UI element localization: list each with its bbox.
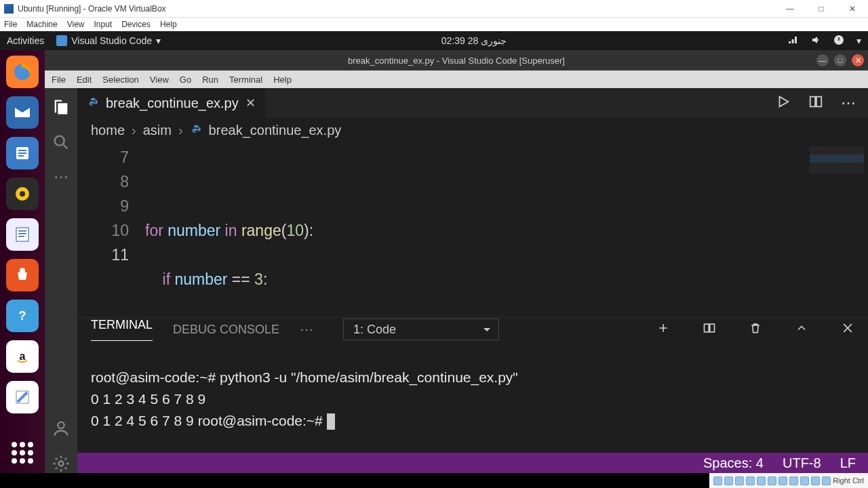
- vbox-status-icon[interactable]: [811, 476, 820, 485]
- chevron-right-icon: ›: [132, 123, 136, 138]
- vscode-maximize-button[interactable]: □: [834, 54, 846, 66]
- menu-help[interactable]: Help: [273, 75, 292, 85]
- vbox-status-icon[interactable]: [735, 476, 744, 485]
- dock-text-editor[interactable]: [6, 381, 39, 413]
- power-icon[interactable]: [833, 35, 844, 47]
- gnome-top-bar: Activities Visual Studio Code ▾ جنوری 28…: [0, 31, 868, 50]
- dock-amazon[interactable]: a: [6, 340, 39, 373]
- kill-terminal-icon[interactable]: [749, 321, 762, 338]
- vscode-titlebar: break_continue_ex.py - Visual Studio Cod…: [45, 50, 868, 70]
- tab-break-continue[interactable]: break_continue_ex.py ✕: [77, 88, 265, 118]
- dock-app-blue[interactable]: [6, 137, 39, 169]
- vbox-minimize-button[interactable]: —: [774, 0, 806, 18]
- chevron-right-icon: ›: [178, 123, 183, 138]
- python-file-icon: [87, 97, 99, 109]
- vbox-status-icon[interactable]: [757, 476, 766, 485]
- terminal-selector[interactable]: 1: Code: [343, 319, 499, 340]
- vbox-menu-file[interactable]: File: [4, 20, 17, 29]
- dock-show-applications[interactable]: [9, 439, 36, 466]
- status-encoding[interactable]: UTF-8: [783, 455, 821, 471]
- panel-tab-debug-console[interactable]: DEBUG CONSOLE: [173, 323, 279, 337]
- dock-libreoffice-writer[interactable]: [6, 218, 39, 251]
- code-content[interactable]: for number in range(10): if number == 3:…: [145, 142, 868, 317]
- settings-gear-icon[interactable]: [52, 454, 71, 473]
- vbox-close-button[interactable]: ✕: [837, 0, 868, 18]
- vscode-title-text: break_continue_ex.py - Visual Studio Cod…: [348, 56, 565, 66]
- svg-point-15: [55, 136, 64, 146]
- tab-close-icon[interactable]: ✕: [245, 96, 256, 110]
- more-icon[interactable]: ⋯: [52, 168, 71, 187]
- current-app-menu[interactable]: Visual Studio Code ▾: [56, 35, 161, 46]
- vbox-menu-devices[interactable]: Devices: [121, 20, 151, 29]
- network-icon[interactable]: [787, 35, 798, 47]
- menu-run[interactable]: Run: [202, 75, 218, 85]
- volume-icon[interactable]: [810, 35, 821, 47]
- python-file-icon: [190, 124, 202, 136]
- vscode-app-icon: [56, 35, 67, 46]
- accounts-icon[interactable]: [52, 419, 71, 438]
- vbox-status-icon[interactable]: [789, 476, 798, 485]
- dock-thunderbird[interactable]: [6, 96, 39, 129]
- status-eol[interactable]: LF: [840, 455, 856, 471]
- activity-bar: ⋯: [45, 88, 77, 473]
- editor-more-icon[interactable]: ⋯: [841, 94, 856, 112]
- menu-terminal[interactable]: Terminal: [229, 75, 262, 85]
- editor-tabs: break_continue_ex.py ✕ ⋯: [77, 88, 868, 118]
- panel-tabs-more-icon[interactable]: ⋯: [300, 321, 315, 338]
- current-app-label: Visual Studio Code: [71, 35, 152, 46]
- run-file-icon[interactable]: [776, 94, 791, 112]
- breadcrumb-file[interactable]: break_continue_ex.py: [209, 123, 342, 138]
- vbox-menu-machine[interactable]: Machine: [26, 20, 57, 29]
- close-panel-icon[interactable]: [841, 321, 854, 338]
- svg-point-16: [58, 422, 64, 428]
- virtualbox-icon: [4, 4, 14, 14]
- split-editor-icon[interactable]: [808, 94, 823, 112]
- vbox-menu-input[interactable]: Input: [94, 20, 113, 29]
- new-terminal-icon[interactable]: [656, 321, 670, 338]
- vbox-status-icon[interactable]: [746, 476, 755, 485]
- vbox-maximize-button[interactable]: □: [806, 0, 837, 18]
- vbox-status-icon[interactable]: [800, 476, 809, 485]
- chevron-down-icon: ▾: [156, 35, 161, 46]
- status-spaces[interactable]: Spaces: 4: [703, 455, 764, 471]
- virtualbox-title-text: Ubuntu [Running] - Oracle VM VirtualBox: [18, 4, 166, 14]
- menu-selection[interactable]: Selection: [102, 75, 138, 85]
- breadcrumb-asim[interactable]: asim: [143, 123, 172, 138]
- search-icon[interactable]: [52, 133, 71, 152]
- menu-view[interactable]: View: [150, 75, 169, 85]
- terminal-output[interactable]: root@asim-code:~# python3 -u "/home/asim…: [77, 341, 868, 458]
- dock-firefox[interactable]: [6, 56, 39, 88]
- menu-file[interactable]: File: [52, 75, 66, 85]
- svg-rect-21: [710, 324, 715, 332]
- vscode-close-button[interactable]: ✕: [852, 54, 864, 66]
- panel-tab-terminal[interactable]: TERMINAL: [91, 318, 153, 341]
- code-editor[interactable]: 7 8 9 10 11 for number in range(10): if …: [77, 142, 868, 317]
- activities-button[interactable]: Activities: [7, 35, 44, 46]
- gnome-clock[interactable]: جنوری 28 02:39: [441, 35, 507, 46]
- vscode-minimize-button[interactable]: —: [816, 54, 829, 66]
- dock-ubuntu-software[interactable]: [6, 259, 39, 291]
- split-terminal-icon[interactable]: [703, 321, 716, 338]
- svg-text:?: ?: [19, 309, 26, 323]
- dock-rhythmbox[interactable]: [6, 178, 39, 210]
- vbox-status-icon[interactable]: [713, 476, 722, 485]
- vbox-status-icon[interactable]: [822, 476, 831, 485]
- vbox-status-icon[interactable]: [724, 476, 733, 485]
- menu-edit[interactable]: Edit: [77, 75, 92, 85]
- vbox-host-key: Right Ctrl: [833, 476, 864, 485]
- menu-go[interactable]: Go: [180, 75, 191, 85]
- minimap[interactable]: [810, 146, 864, 174]
- explorer-icon[interactable]: [52, 98, 71, 117]
- svg-rect-20: [705, 324, 709, 332]
- vscode-window: break_continue_ex.py - Visual Studio Cod…: [45, 50, 868, 473]
- dock-help[interactable]: ?: [6, 300, 39, 332]
- svg-point-17: [59, 462, 64, 466]
- vbox-menu-help[interactable]: Help: [160, 20, 177, 29]
- breadcrumb[interactable]: home › asim › break_continue_ex.py: [77, 118, 868, 142]
- breadcrumb-home[interactable]: home: [91, 123, 125, 138]
- vbox-menu-view[interactable]: View: [67, 20, 85, 29]
- maximize-panel-icon[interactable]: [795, 321, 808, 338]
- svg-rect-19: [816, 97, 821, 107]
- vbox-status-icon[interactable]: [778, 476, 787, 485]
- vbox-status-icon[interactable]: [768, 476, 776, 485]
